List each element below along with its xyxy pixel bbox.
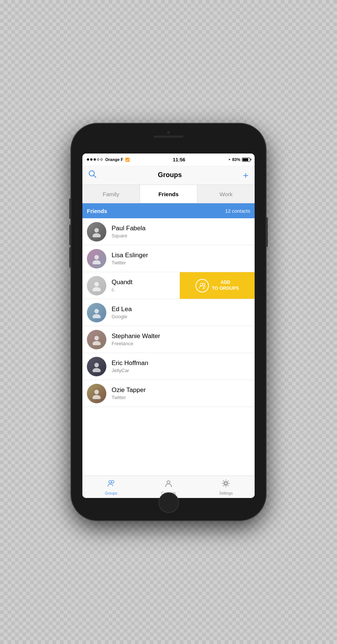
contact-company-eric: JellyCar	[112, 368, 250, 373]
contact-info-ozie: Ozie Tapper Twitter	[112, 386, 250, 400]
svg-point-18	[94, 390, 99, 394]
svg-point-19	[92, 395, 101, 399]
contact-info-paul: Paul Fabela Square	[112, 225, 250, 239]
svg-point-20	[109, 480, 111, 483]
signal-dot-2	[90, 158, 92, 161]
contact-item-paul[interactable]: Paul Fabela Square	[82, 218, 255, 245]
group-header: Friends 12 contacts	[82, 203, 255, 218]
svg-point-6	[94, 282, 99, 286]
signal-dot-5	[100, 158, 103, 161]
speaker-bar	[154, 136, 183, 138]
avatar-quandt	[87, 276, 106, 295]
location-icon: ‣	[228, 158, 231, 162]
avatar-ed	[87, 303, 106, 322]
contact-name-ed: Ed Lea	[112, 306, 250, 313]
svg-line-1	[94, 176, 96, 178]
contact-company-paul: Square	[112, 233, 250, 239]
group-name: Friends	[87, 208, 107, 214]
svg-point-16	[94, 363, 99, 367]
battery-icon	[242, 158, 250, 162]
svg-point-14	[94, 336, 99, 340]
page-title: Groups	[158, 171, 182, 179]
status-bar: Orange F 📶 11:56 ‣ 83%	[82, 154, 255, 165]
tab-friends[interactable]: Friends	[140, 185, 198, 203]
svg-point-13	[92, 314, 101, 318]
svg-point-21	[111, 480, 114, 483]
status-right: ‣ 83%	[228, 157, 250, 162]
camera-dot	[167, 131, 170, 134]
contact-name-ozie: Ozie Tapper	[112, 386, 250, 394]
group-tabs: Family Friends Work	[82, 185, 255, 203]
contact-company-ozie: Twitter	[112, 395, 250, 400]
contact-item-lisa[interactable]: Lisa Eslinger Twitter	[82, 245, 255, 272]
contact-info-ed: Ed Lea Google	[112, 306, 250, 319]
wifi-icon: 📶	[125, 158, 130, 162]
tab-work[interactable]: Work	[197, 185, 255, 203]
svg-point-7	[92, 287, 101, 291]
swipe-add-to-groups[interactable]: ADD TO GROUPS	[180, 272, 255, 299]
phone-frame: Orange F 📶 11:56 ‣ 83% Groups +	[71, 124, 266, 520]
svg-point-17	[92, 368, 101, 372]
carrier-name: Orange F	[105, 157, 123, 162]
signal-dot-3	[94, 158, 96, 161]
contact-name-paul: Paul Fabela	[112, 225, 250, 232]
contact-item-ed[interactable]: Ed Lea Google	[82, 299, 255, 326]
svg-point-24	[224, 481, 228, 485]
groups-icon	[107, 479, 116, 490]
contact-name-eric: Eric Hoffman	[112, 359, 250, 367]
contacts-icon	[164, 479, 173, 490]
group-count: 12 contacts	[225, 208, 251, 214]
phone-screen: Orange F 📶 11:56 ‣ 83% Groups +	[82, 154, 255, 498]
contact-name-stephanie: Stephanie Walter	[112, 332, 250, 340]
contact-info-lisa: Lisa Eslinger Twitter	[112, 252, 250, 265]
svg-point-23	[225, 482, 227, 484]
status-time: 11:56	[173, 157, 185, 162]
battery-percent: 83%	[232, 157, 240, 162]
svg-point-4	[94, 255, 99, 259]
navigation-bar: Groups +	[82, 165, 255, 185]
signal-dot-4	[97, 158, 99, 161]
svg-point-15	[92, 341, 101, 345]
svg-point-3	[92, 233, 101, 237]
search-button[interactable]	[88, 170, 97, 180]
contact-item-eric[interactable]: Eric Hoffman JellyCar	[82, 353, 255, 380]
contact-item-stephanie[interactable]: Stephanie Walter Freelance	[82, 326, 255, 353]
contact-company-stephanie: Freelance	[112, 341, 250, 346]
top-bezel	[82, 131, 255, 138]
contact-list: Paul Fabela Square Lisa Eslinger Twitter	[82, 218, 255, 476]
home-button[interactable]	[158, 492, 179, 513]
bottom-bezel	[82, 492, 255, 513]
contact-company-ed: Google	[112, 314, 250, 319]
status-left: Orange F 📶	[87, 157, 130, 162]
battery-fill	[243, 158, 248, 161]
avatar-lisa	[87, 249, 106, 268]
contact-info-eric: Eric Hoffman JellyCar	[112, 359, 250, 373]
settings-icon	[221, 479, 230, 490]
contact-item-ozie[interactable]: Ozie Tapper Twitter	[82, 380, 255, 407]
tab-family[interactable]: Family	[82, 185, 140, 203]
contact-company-lisa: Twitter	[112, 260, 250, 265]
add-groups-icon	[195, 279, 209, 292]
avatar-eric	[87, 357, 106, 376]
avatar-ozie	[87, 384, 106, 403]
add-button[interactable]: +	[243, 170, 249, 180]
svg-point-5	[92, 260, 101, 264]
svg-point-22	[167, 481, 170, 484]
svg-point-2	[94, 228, 99, 233]
contact-info-stephanie: Stephanie Walter Freelance	[112, 332, 250, 346]
svg-point-12	[94, 309, 99, 313]
avatar-stephanie	[87, 330, 106, 349]
contact-name-lisa: Lisa Eslinger	[112, 252, 250, 259]
signal-dot-1	[87, 158, 89, 161]
contact-item-quandt[interactable]: Quandt c.	[82, 272, 255, 299]
swipe-label: ADD TO GROUPS	[212, 280, 239, 291]
avatar-paul	[87, 222, 106, 242]
